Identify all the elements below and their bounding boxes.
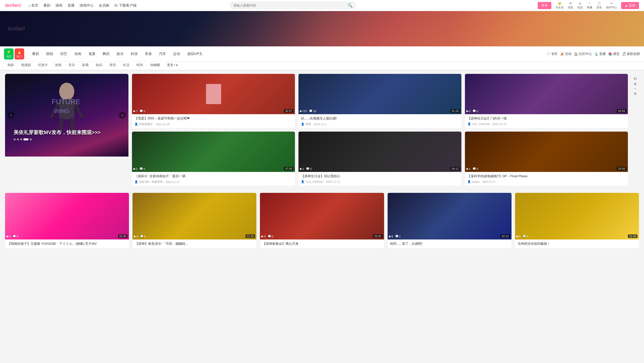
cat-yundong[interactable]: 运动 <box>170 50 184 58</box>
video-card-6[interactable]: ▶ 1 💬 0 03:58 【某科学的超电磁炮T】OP－Final Phase … <box>465 132 628 186</box>
nav-live[interactable]: 直播 <box>67 3 75 8</box>
video-title-b1: 【我推的孩子】主题曲 YOASOBI「アイドル」(偶像) 官方MV <box>8 241 126 246</box>
collection-icon-group[interactable]: ☆ 收藏 <box>587 2 592 9</box>
video-meta-4: 👤 崩坏3第一偶像爱着 · 2023-11-17 <box>134 180 292 184</box>
dot-1[interactable] <box>14 138 16 140</box>
cat-wudao[interactable]: 舞蹈 <box>99 50 113 58</box>
dot-3[interactable] <box>20 138 22 140</box>
video-stats-b2: ▶ 6 💬 0 <box>134 235 146 238</box>
cat-yingshi[interactable]: 影视 <box>79 62 92 68</box>
history-icon-group[interactable]: 🕐 历史 <box>596 2 602 9</box>
video-card-b3[interactable]: ▶ 4 💬 0 03:05 【原神新春会】璃云月海 <box>260 193 384 248</box>
video-thumb-1 <box>132 74 295 114</box>
search-input[interactable] <box>233 4 348 7</box>
video-title-5: 【原神生日会】别让我担心 <box>301 174 459 178</box>
category-nav-row2: 电影 电视剧 纪录片 游戏 音乐 影视 知识 资讯 生活 时尚 动物圈 更多+ … <box>0 62 644 70</box>
cat-livestream[interactable]: 📡 直播 <box>594 52 606 56</box>
duration-3: 03:56 <box>617 109 626 113</box>
cat-keji[interactable]: 科技 <box>127 50 141 58</box>
nav-fanju[interactable]: 番剧 <box>43 3 50 8</box>
cat-zhuanlan[interactable]: 📄 专栏 <box>546 52 558 56</box>
video-thumb-4 <box>132 132 295 172</box>
cat-activity[interactable]: 🎉 活动 <box>560 52 571 56</box>
video-info-3: 【原神生日会】门的另一端 👤 YuH_ChiliChili · 2023-11-… <box>465 114 628 128</box>
message-icon-group[interactable]: ✉ 消息 <box>568 2 573 9</box>
video-card-4[interactable]: ▶ 2 💬 0 07:06 《崩坏3》全新动画短片「最后一课」 👤 崩坏3第一偶… <box>132 132 295 186</box>
prev-button[interactable]: ‹ <box>8 112 15 119</box>
video-meta-6: 👤 teriteri · 2023-11-5 <box>467 180 625 183</box>
cat-more[interactable]: 更多+ ▾ <box>163 62 181 68</box>
thumb-wrap-b3: ▶ 4 💬 0 03:05 <box>260 193 384 239</box>
refresh-button[interactable]: ↻ 换 一 换 <box>634 76 637 96</box>
cat-jilupian[interactable]: 纪录片 <box>35 62 51 68</box>
category-tags-row1: 番剧 国创 综艺 动画 鬼畜 舞蹈 娱乐 科技 美食 汽车 运动 虚拟UP主 <box>28 50 546 58</box>
duration-1: 02:07 <box>284 109 293 113</box>
video-card-b1[interactable]: ▶ 6 💬 0 03:45 【我推的孩子】主题曲 YOASOBI「アイドル」(偶… <box>5 193 129 248</box>
bottom-video-row: ▶ 6 💬 0 03:45 【我推的孩子】主题曲 YOASOBI「アイドル」(偶… <box>0 189 644 252</box>
nav-manga[interactable]: 漫画 <box>55 3 62 8</box>
dot-4[interactable] <box>23 138 28 140</box>
cat-guichou[interactable]: 鬼畜 <box>85 50 99 58</box>
video-info-b3: 【原神新春会】璃云月海 <box>260 239 384 248</box>
cat-meishi[interactable]: 美食 <box>141 50 155 58</box>
dynamic-icon-group[interactable]: ◎ 动态 <box>577 2 583 9</box>
cat-zhishi[interactable]: 知识 <box>92 62 106 68</box>
vip-icon-group[interactable]: 👑 大会员 <box>555 2 564 9</box>
video-card-b5[interactable]: ▶ 6 💬 0 01:40 当坤把功夫练到极致！ <box>515 193 639 248</box>
banner: teriteri <box>0 11 644 46</box>
cat-zixun[interactable]: 资讯 <box>106 62 119 68</box>
cat-dianying[interactable]: 电影 <box>4 62 18 68</box>
cat-donghua[interactable]: 动画 <box>71 50 85 58</box>
author-icon-4: 👤 <box>134 180 138 184</box>
video-card-5[interactable]: ▶ 2 💬 0 04:12 【原神生日会】别让我担心 👤 YuH_ChiliCh… <box>298 132 461 186</box>
vip-icon: 👑 <box>558 2 561 5</box>
video-thumb-b3 <box>260 193 384 239</box>
dot-2[interactable] <box>17 138 19 140</box>
nav-game[interactable]: 游戏中心 <box>80 3 94 8</box>
video-card-1[interactable]: ▶ 7 💬 0 02:07 【雪柔】拜托～圣诞节和我一起过吧❤ 👤 特丽丽搬运 … <box>132 74 295 128</box>
tab-dynamic[interactable]: ⚡ 动态 <box>4 48 14 59</box>
video-thumb-2 <box>298 74 461 114</box>
cat-vup[interactable]: 虚拟UP主 <box>184 50 206 58</box>
search-bar: 🔍 <box>230 2 356 9</box>
dot-5[interactable] <box>30 138 32 140</box>
video-card-3[interactable]: ▶ 0 💬 0 03:56 【原神生日会】门的另一端 👤 YuH_ChiliCh… <box>465 74 628 128</box>
video-info-5: 【原神生日会】别让我担心 👤 YuH_ChiliChili · 2023-11-… <box>298 172 461 185</box>
next-button[interactable]: › <box>119 112 126 119</box>
comment-count-2: 💬 16 <box>309 109 316 113</box>
upload-button[interactable]: ▲ 投稿 <box>621 2 639 9</box>
cat-zongyi[interactable]: 综艺 <box>57 50 71 58</box>
site-logo[interactable]: teriteri <box>5 3 21 8</box>
refresh-label-mid: 一 <box>634 87 637 91</box>
cat-yule[interactable]: 娱乐 <box>113 50 127 58</box>
cat-qiche[interactable]: 汽车 <box>155 50 170 58</box>
refresh-panel: ↻ 换 一 换 <box>631 74 639 186</box>
cat-shishang[interactable]: 时尚 <box>133 62 147 68</box>
login-button[interactable]: 登录 <box>538 2 551 9</box>
cat-course[interactable]: 📚 课堂 <box>608 52 620 56</box>
cat-shenghuo[interactable]: 生活 <box>119 62 133 68</box>
tab-hot[interactable]: 🔥 热门 <box>15 48 24 59</box>
cat-community[interactable]: 🏠 社区中心 <box>574 52 592 56</box>
video-thumb-3 <box>465 74 628 114</box>
cat-dianshiju[interactable]: 电视剧 <box>18 62 35 68</box>
video-card-2[interactable]: ▶ 797 💬 16 01:26 此......此视频无人能白嫖! 👤 尊雁 ·… <box>298 74 461 128</box>
featured-video[interactable]: FUTURE WING 美依礼芽新歌MV发布，快前来围观>>> ‹ › <box>5 74 128 186</box>
cat-hotchart[interactable]: 🎵 新歌热榜 <box>622 52 640 56</box>
cat-animals[interactable]: 动物圈 <box>147 62 163 68</box>
cat-guochuang[interactable]: 国创 <box>43 50 57 58</box>
video-row-top: ▶ 7 💬 0 02:07 【雪柔】拜托～圣诞节和我一起过吧❤ 👤 特丽丽搬运 … <box>132 74 628 128</box>
video-card-b2[interactable]: ▶ 6 💬 0 01:39 【原神】角色演示-「可莉：蹦蹦哒」 <box>132 193 256 248</box>
cat-fanju[interactable]: 番剧 <box>28 50 43 58</box>
nav-home[interactable]: ⌂ 首页 <box>28 3 38 8</box>
search-button[interactable]: 🔍 <box>348 3 353 8</box>
cat-yinyue[interactable]: 音乐 <box>65 62 79 68</box>
comment-count-4: 💬 0 <box>140 167 145 170</box>
video-card-b4[interactable]: ▶ 9 💬 1 02:19 耗时..... 算了，白嫖吧! <box>388 193 512 248</box>
cat-youxi[interactable]: 游戏 <box>51 62 65 68</box>
create-icon-group[interactable]: ✏ 创作中心 <box>606 2 617 9</box>
nav-member[interactable]: 会员购 <box>99 3 109 8</box>
video-stats-4: ▶ 2 💬 0 <box>133 167 145 170</box>
duration-4: 07:06 <box>284 167 293 170</box>
nav-download[interactable]: 出·下载客户端 <box>114 3 137 8</box>
